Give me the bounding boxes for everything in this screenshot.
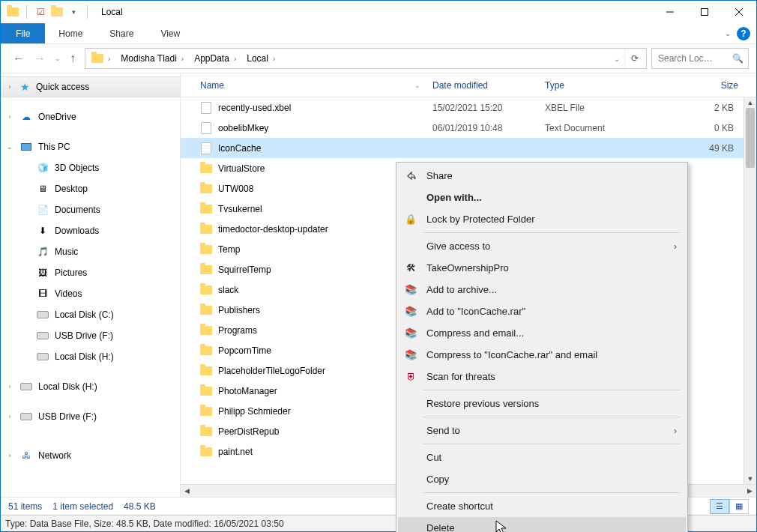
col-name[interactable]: Name — [200, 80, 224, 91]
col-size[interactable]: Size — [651, 80, 756, 91]
nav-this-pc-child[interactable]: 🖥Desktop — [1, 178, 180, 199]
menu-share[interactable]: Share — [96, 23, 147, 43]
nav-this-pc-child[interactable]: USB Drive (F:) — [1, 325, 180, 346]
file-name: IconCache — [218, 143, 261, 154]
qat-newfolder-icon[interactable] — [51, 6, 63, 18]
file-row[interactable]: oobelibMkey06/01/2019 10:48Text Document… — [181, 118, 756, 138]
view-details-button[interactable]: ☰ — [710, 499, 729, 514]
window-title: Local — [95, 7, 123, 17]
vertical-scrollbar[interactable]: ▲ ▼ — [744, 97, 756, 484]
nav-recent-icon[interactable]: ⌄ — [55, 55, 61, 62]
cm-delete[interactable]: Delete — [398, 517, 686, 532]
file-row[interactable]: IconCache49 KB — [181, 138, 756, 158]
cm-give-access[interactable]: Give access to › — [398, 235, 686, 257]
column-headers[interactable]: Name⌄ Date modified Type Size — [181, 73, 756, 97]
file-name: PlaceholderTileLogoFolder — [218, 366, 325, 376]
nav-network[interactable]: ›🖧 Network — [1, 445, 180, 466]
ribbon-expand-icon[interactable]: ⌄ — [725, 29, 731, 37]
scroll-right-icon[interactable]: ▶ — [744, 487, 756, 495]
cm-send-to[interactable]: Send to › — [398, 420, 686, 441]
nav-forward-icon[interactable]: → — [34, 52, 46, 65]
search-input[interactable] — [657, 52, 728, 64]
folder-icon — [200, 284, 212, 296]
nav-this-pc-child[interactable]: 🎵Music — [1, 241, 180, 262]
cm-cut[interactable]: Cut — [398, 447, 686, 468]
cm-share[interactable]: Share — [398, 165, 686, 187]
cm-take-ownership[interactable]: 🛠 TakeOwnershipPro — [398, 257, 686, 279]
col-type[interactable]: Type — [539, 80, 651, 91]
folder-icon — [200, 405, 212, 417]
drive-icon — [37, 309, 49, 321]
menu-view[interactable]: View — [147, 23, 193, 43]
address-bar[interactable]: › Modisha Tladi› AppData› Local› ⌄ ⟳ — [85, 48, 647, 69]
breadcrumb-2[interactable]: Local — [247, 53, 268, 64]
nav-this-pc[interactable]: ⌄ This PC — [1, 136, 180, 157]
file-icon — [200, 102, 212, 114]
drive-icon — [37, 330, 49, 342]
help-icon[interactable]: ? — [737, 27, 750, 40]
search-box[interactable]: 🔍 — [651, 48, 749, 69]
shield-icon: ⛨ — [402, 369, 419, 385]
nav-this-pc-child[interactable]: 🖼Pictures — [1, 262, 180, 283]
nav-this-pc-child[interactable]: ⬇Downloads — [1, 220, 180, 241]
nav-this-pc-child[interactable]: 🎞Videos — [1, 283, 180, 304]
file-size: 49 KB — [651, 143, 756, 154]
cm-restore-previous[interactable]: Restore previous versions — [398, 393, 686, 414]
folder-icon — [200, 385, 212, 397]
cm-open-with[interactable]: Open with... — [398, 187, 686, 208]
cm-compress-email[interactable]: 📚 Compress and email... — [398, 322, 686, 344]
close-button[interactable] — [722, 1, 756, 23]
nav-drive[interactable]: ›Local Disk (H:) — [1, 376, 180, 397]
nav-item-label: Local Disk (C:) — [55, 309, 114, 320]
context-menu: Share Open with... 🔒 Lock by Protected F… — [396, 162, 688, 532]
menu-file[interactable]: File — [1, 23, 45, 43]
folder-type-icon: 🎵 — [37, 246, 49, 258]
qat-properties-icon[interactable]: ☑ — [34, 6, 46, 18]
nav-up-icon[interactable]: ↑ — [70, 52, 76, 65]
cm-add-archive[interactable]: 📚 Add to archive... — [398, 279, 686, 300]
minimize-button[interactable] — [653, 1, 687, 23]
nav-drive[interactable]: ›USB Drive (F:) — [1, 406, 180, 427]
cm-copy[interactable]: Copy — [398, 468, 686, 490]
cm-compress-named-email[interactable]: 📚 Compress to "IconCache.rar" and email — [398, 344, 686, 366]
nav-onedrive[interactable]: ›☁ OneDrive — [1, 106, 180, 127]
nav-this-pc-child[interactable]: 📄Documents — [1, 199, 180, 220]
nav-this-pc-child[interactable]: Local Disk (C:) — [1, 304, 180, 325]
cm-create-shortcut[interactable]: Create shortcut — [398, 495, 686, 517]
folder-icon — [200, 426, 212, 438]
breadcrumb-1[interactable]: AppData — [194, 53, 229, 64]
cm-add-to-named[interactable]: 📚 Add to "IconCache.rar" — [398, 300, 686, 322]
status-selected-size: 48.5 KB — [124, 501, 156, 512]
view-large-button[interactable]: ▦ — [729, 499, 749, 514]
nav-quick-access[interactable]: ›★ Quick access — [1, 76, 180, 97]
file-name: Temp — [218, 244, 240, 255]
winrar-icon: 📚 — [402, 282, 419, 298]
scroll-down-icon[interactable]: ▼ — [744, 474, 756, 484]
scroll-left-icon[interactable]: ◀ — [181, 487, 193, 495]
nav-this-pc-label: This PC — [38, 142, 70, 152]
file-name: PhotoManager — [218, 386, 277, 396]
cm-scan-threats[interactable]: ⛨ Scan for threats — [398, 366, 686, 387]
maximize-button[interactable] — [687, 1, 722, 23]
file-name: Publishers — [218, 305, 260, 315]
svg-rect-1 — [702, 9, 708, 16]
search-icon[interactable]: 🔍 — [732, 53, 744, 64]
drive-icon — [37, 351, 49, 363]
scroll-thumb[interactable] — [746, 108, 755, 168]
navigation-pane[interactable]: ›★ Quick access ›☁ OneDrive ⌄ This PC 🧊3… — [1, 73, 181, 497]
menu-home[interactable]: Home — [45, 23, 96, 43]
refresh-icon[interactable]: ⟳ — [624, 49, 645, 68]
nav-this-pc-child[interactable]: 🧊3D Objects — [1, 157, 180, 178]
col-date[interactable]: Date modified — [426, 80, 539, 91]
scroll-up-icon[interactable]: ▲ — [744, 97, 756, 108]
folder-icon — [200, 365, 212, 377]
nav-this-pc-child[interactable]: Local Disk (H:) — [1, 346, 180, 367]
file-row[interactable]: recently-used.xbel15/02/2021 15:20XBEL F… — [181, 97, 756, 118]
folder-type-icon: 📄 — [37, 204, 49, 216]
cm-lock[interactable]: 🔒 Lock by Protected Folder — [398, 208, 686, 230]
qat-customize-icon[interactable]: ▾ — [67, 6, 79, 18]
nav-back-icon[interactable]: ← — [13, 52, 25, 65]
address-dropdown-icon[interactable]: ⌄ — [609, 55, 624, 63]
status-item-count: 51 items — [8, 501, 42, 512]
breadcrumb-0[interactable]: Modisha Tladi — [121, 53, 176, 64]
